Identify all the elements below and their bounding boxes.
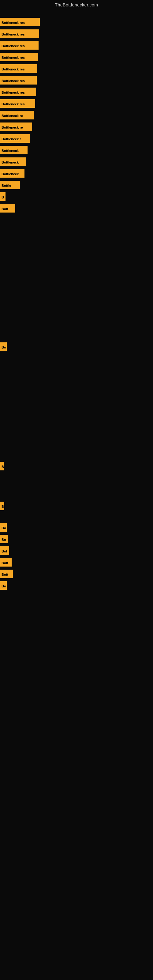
bar-item: Bottleneck	[0, 158, 26, 167]
bar-item: Bottleneck	[0, 146, 27, 156]
bar-item: Bottleneck res	[0, 41, 38, 51]
bar-item: Bottleneck re	[0, 111, 33, 121]
bar-item: Bottleneck	[0, 169, 24, 179]
bar-label: Bottleneck r	[0, 134, 30, 143]
bar-label: Bo	[0, 342, 7, 351]
bar-label: Bottleneck res	[0, 64, 37, 73]
bar-label: Bottleneck res	[0, 88, 36, 96]
bar-label: B	[0, 462, 4, 470]
bar-label: Bo	[0, 581, 7, 590]
bar-label: Bo	[0, 535, 8, 543]
bar-label: Bottleneck	[0, 146, 27, 154]
bar-item: Bottle	[0, 181, 20, 191]
bar-item: Bo	[0, 342, 7, 352]
bar-item: Bottleneck r	[0, 134, 30, 144]
bar-item: Bott	[0, 570, 13, 579]
bar-item: Bottleneck res	[0, 29, 39, 39]
bar-item: Bottleneck res	[0, 88, 36, 97]
bar-label: Bottleneck	[0, 169, 24, 178]
bar-item: Bott	[0, 204, 15, 214]
bar-item: Bo	[0, 535, 8, 544]
bar-item: Bottleneck re	[0, 123, 32, 132]
bar-item: Bottleneck res	[0, 76, 37, 86]
bar-label: Bo	[0, 523, 7, 531]
bar-label: Bottleneck res	[0, 41, 38, 49]
bar-item: Bott	[0, 558, 12, 568]
bar-item: Bo	[0, 581, 7, 591]
bar-label: Bottleneck	[0, 158, 26, 166]
bar-item: B	[0, 192, 5, 202]
bar-item: Bottleneck res	[0, 52, 38, 62]
bar-label: Bott	[0, 570, 13, 578]
bar-item: B	[0, 502, 4, 511]
bar-label: Bottleneck res	[0, 99, 35, 108]
bar-item: Bottleneck res	[0, 18, 40, 27]
site-title: TheBottlenecker.com	[0, 0, 153, 9]
bar-item: B	[0, 462, 4, 472]
bar-item: Bottleneck res	[0, 99, 35, 109]
bar-label: Bot	[0, 546, 9, 555]
bar-label: Bottleneck res	[0, 29, 39, 38]
bar-item: Bot	[0, 546, 9, 556]
bar-item: Bottleneck res	[0, 64, 37, 74]
bar-label: Bottle	[0, 181, 20, 189]
bar-label: Bottleneck res	[0, 76, 37, 84]
bar-label: Bottleneck res	[0, 18, 40, 26]
bar-label: Bottleneck re	[0, 111, 33, 119]
bar-label: Bottleneck re	[0, 123, 32, 131]
bar-label: B	[0, 502, 4, 510]
bar-item: Bo	[0, 523, 7, 533]
bar-label: Bott	[0, 204, 15, 213]
bar-label: Bottleneck res	[0, 52, 38, 61]
bar-label: B	[0, 192, 5, 201]
bar-label: Bott	[0, 558, 12, 566]
